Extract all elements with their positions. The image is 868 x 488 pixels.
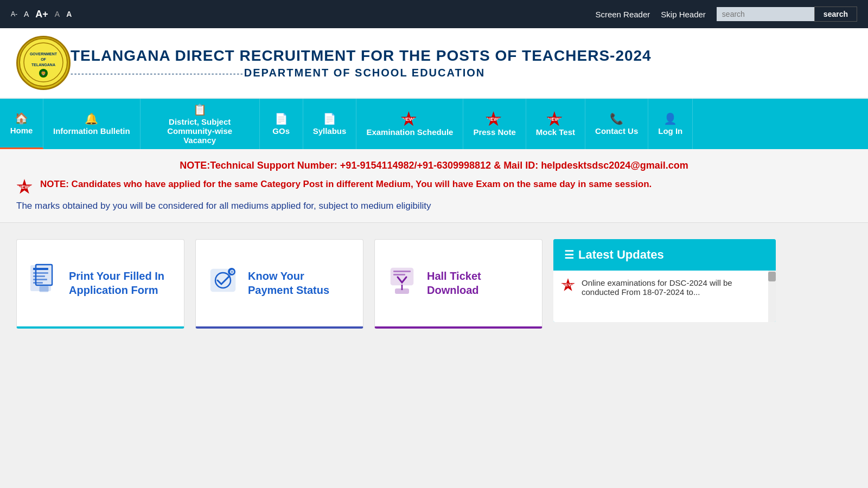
new-star-press: NEW! xyxy=(486,111,502,127)
card-print-form[interactable]: Print Your Filled In Application Form xyxy=(16,239,184,329)
notice-text-1: NOTE: Candidates who have applied for th… xyxy=(40,179,652,190)
site-header: GOVERNMENT OF TELANGANA 🦁 TELANGANA DIRE… xyxy=(0,28,868,99)
new-star-notice: NEW! xyxy=(16,179,33,195)
notice-row-1: NEW! NOTE: Candidates who have applied f… xyxy=(16,179,852,195)
tech-support-notice: NOTE:Technical Support Number: +91-91541… xyxy=(16,160,852,171)
latest-updates-header: ☰ Latest Updates xyxy=(553,239,776,271)
new-star-update: NEW! xyxy=(561,278,575,292)
card-print-text: Print Your Filled In Application Form xyxy=(69,269,173,297)
bell-icon: 🔔 xyxy=(85,112,98,125)
nav-mock-label: Mock Test xyxy=(536,127,575,137)
nav-press-label: Press Note xyxy=(473,127,515,137)
nav-district-label: District, Subject Community-wise Vacancy xyxy=(150,117,250,145)
card-icon-wrap-hall xyxy=(386,264,418,303)
search-input[interactable] xyxy=(717,7,814,21)
card-payment-text: Know Your Payment Status xyxy=(248,269,352,297)
update-text-1: Online examinations for DSC-2024 will be… xyxy=(582,278,761,297)
print-form-icon xyxy=(28,271,60,302)
svg-text:OF: OF xyxy=(41,57,46,61)
screen-reader-link[interactable]: Screen Reader xyxy=(595,10,650,19)
dashes: ----------------------------------------… xyxy=(71,67,652,79)
cards-area: Print Your Filled In Application Form ⚙ … xyxy=(0,223,868,329)
nav-press-note[interactable]: NEW! Press Note xyxy=(463,99,526,149)
nav-log-in[interactable]: 👤 Log In xyxy=(648,99,693,149)
svg-rect-13 xyxy=(40,286,48,292)
search-box: search xyxy=(717,7,857,22)
svg-rect-23 xyxy=(393,274,405,275)
new-badge-mock: NEW! xyxy=(546,111,565,127)
card-icon-wrap-payment: ⚙ xyxy=(207,264,239,303)
phone-icon: 📞 xyxy=(610,112,623,125)
nav-login-label: Log In xyxy=(658,126,682,136)
logo-inner: GOVERNMENT OF TELANGANA 🦁 xyxy=(19,38,68,88)
user-icon: 👤 xyxy=(663,112,677,125)
svg-rect-12 xyxy=(33,282,43,284)
nav-information-bulletin[interactable]: 🔔 Information Bulletin xyxy=(43,99,141,149)
scrollbar[interactable] xyxy=(768,271,776,322)
nav-info-label: Information Bulletin xyxy=(53,126,130,136)
nav-mock-test[interactable]: NEW! Mock Test xyxy=(526,99,585,149)
site-title: TELANGANA DIRECT RECRUITMENT FOR THE POS… xyxy=(71,47,652,65)
latest-updates-title: Latest Updates xyxy=(578,248,664,262)
top-bar: A- A A+ A A Screen Reader Skip Header se… xyxy=(0,0,868,28)
nav-contact-us[interactable]: 📞 Contact Us xyxy=(585,99,648,149)
nav-gos[interactable]: 📄 GOs xyxy=(260,99,303,149)
nav-syllabus[interactable]: 📄 Syllabus xyxy=(303,99,357,149)
payment-status-icon: ⚙ xyxy=(207,273,239,302)
svg-text:⚙: ⚙ xyxy=(229,269,234,275)
svg-rect-21 xyxy=(395,289,409,293)
font-decrease[interactable]: A- xyxy=(11,10,17,18)
font-controls: A- A A+ A A xyxy=(11,9,72,20)
home-icon: 🏠 xyxy=(15,112,28,125)
svg-point-0 xyxy=(20,38,67,86)
list-icon: ☰ xyxy=(564,248,574,261)
svg-text:TELANGANA: TELANGANA xyxy=(31,63,55,67)
header-text: TELANGANA DIRECT RECRUITMENT FOR THE POS… xyxy=(71,47,652,79)
font-normal[interactable]: A xyxy=(24,10,29,18)
card-icon-wrap-print xyxy=(28,264,60,303)
new-badge-exam: NEW! xyxy=(400,111,419,127)
nav-exam-label: Examination Schedule xyxy=(366,127,453,137)
font-light[interactable]: A xyxy=(66,10,72,18)
font-increase[interactable]: A+ xyxy=(35,9,48,20)
new-star-mock: NEW! xyxy=(546,111,563,127)
top-right-controls: Screen Reader Skip Header search xyxy=(595,7,857,22)
new-badge-press: NEW! xyxy=(486,111,504,127)
latest-updates-panel: ☰ Latest Updates NEW! Online examination… xyxy=(553,239,776,322)
nav-district-vacancy[interactable]: 📋 District, Subject Community-wise Vacan… xyxy=(141,99,260,149)
clipboard-icon: 📋 xyxy=(193,103,207,116)
main-nav: 🏠 Home 🔔 Information Bulletin 📋 District… xyxy=(0,99,868,149)
search-button[interactable]: search xyxy=(814,7,857,22)
nav-gos-label: GOs xyxy=(272,126,290,136)
skip-header-link[interactable]: Skip Header xyxy=(661,10,706,19)
card-hall-text: Hall Ticket Download xyxy=(427,269,531,297)
svg-text:🦁: 🦁 xyxy=(41,70,46,76)
nav-home-label: Home xyxy=(10,126,33,135)
card-payment-status[interactable]: ⚙ Know Your Payment Status xyxy=(195,239,363,329)
hall-ticket-icon xyxy=(386,273,418,302)
logo: GOVERNMENT OF TELANGANA 🦁 xyxy=(16,36,71,90)
notices-area: NOTE:Technical Support Number: +91-91541… xyxy=(0,149,868,223)
svg-rect-22 xyxy=(393,271,411,272)
nav-contact-label: Contact Us xyxy=(595,126,638,136)
doc-icon: 📄 xyxy=(275,112,288,125)
new-star-exam: NEW! xyxy=(400,111,417,127)
card-hall-ticket[interactable]: Hall Ticket Download xyxy=(374,239,542,329)
nav-syllabus-label: Syllabus xyxy=(313,126,347,136)
notice-text-2: The marks obtained by you will be consid… xyxy=(16,201,852,211)
svg-text:GOVERNMENT: GOVERNMENT xyxy=(30,52,58,56)
nav-home[interactable]: 🏠 Home xyxy=(0,99,43,149)
latest-updates-body: NEW! Online examinations for DSC-2024 wi… xyxy=(553,271,768,322)
syllabus-icon: 📄 xyxy=(323,112,336,125)
nav-examination-schedule[interactable]: NEW! Examination Schedule xyxy=(356,99,463,149)
scroll-thumb xyxy=(768,272,776,281)
font-dark[interactable]: A xyxy=(55,10,60,18)
svg-rect-10 xyxy=(33,275,45,277)
update-item-1: NEW! Online examinations for DSC-2024 wi… xyxy=(561,278,761,297)
